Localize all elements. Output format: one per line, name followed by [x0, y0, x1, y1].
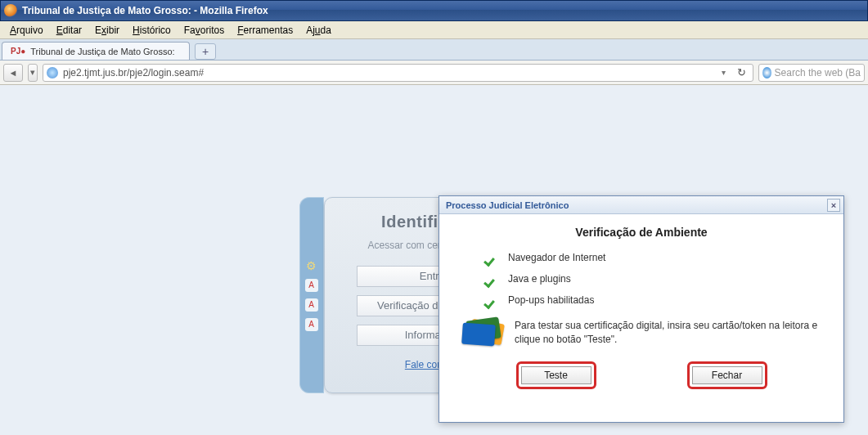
check-popups-label: Pop-ups habilitadas — [508, 294, 594, 306]
check-java-row: Java e plugins — [483, 271, 829, 286]
check-java-label: Java e plugins — [508, 273, 571, 285]
firefox-icon — [4, 4, 17, 17]
close-icon: × — [831, 200, 836, 210]
menu-editar[interactable]: Editar — [50, 23, 88, 38]
url-dropdown-icon[interactable]: ▾ — [718, 68, 729, 77]
dialog-heading: Verificação de Ambiente — [454, 226, 829, 239]
window-titlebar: Tribunal de Justiça de Mato Grosso: - Mo… — [0, 0, 868, 21]
dialog-instruction-text: Para testar sua certificação digital, in… — [515, 319, 829, 350]
teste-button[interactable]: Teste — [521, 366, 591, 384]
check-navigator-label: Navegador de Internet — [508, 252, 605, 263]
window-title: Tribunal de Justiça de Mato Grosso: - Mo… — [22, 5, 268, 16]
page-viewport: ⚙ A A A Identificação Acessar com certif… — [0, 85, 868, 435]
dialog-title: Processo Judicial Eletrônico — [446, 200, 569, 210]
fechar-highlight: Fechar — [687, 361, 767, 389]
tab-title: Tribunal de Justiça de Mato Grosso: — [30, 47, 174, 56]
menu-exibir[interactable]: Exibir — [88, 23, 126, 38]
url-text: pje2.tjmt.jus.br/pje2/login.seam# — [63, 67, 713, 78]
verification-dialog: Processo Judicial Eletrônico × Verificaç… — [438, 195, 844, 423]
menu-ferramentas[interactable]: Ferramentas — [231, 23, 299, 38]
dialog-instruction-row: Para testar sua certificação digital, in… — [459, 319, 829, 350]
menu-arquivo[interactable]: Arquivo — [3, 23, 50, 38]
font-normal-icon[interactable]: A — [305, 279, 318, 292]
url-bar[interactable]: pje2.tjmt.jus.br/pje2/login.seam# ▾ ↻ — [43, 64, 753, 82]
search-placeholder: Search the web (Ba — [775, 67, 861, 78]
back-dropdown[interactable]: ▾ — [28, 64, 38, 82]
toolbar: ◄ ▾ pje2.tjmt.jus.br/pje2/login.seam# ▾ … — [0, 61, 868, 85]
menu-historico[interactable]: Histórico — [126, 23, 178, 38]
reload-icon[interactable]: ↻ — [734, 66, 749, 78]
fechar-button[interactable]: Fechar — [692, 366, 762, 384]
check-popups-row: Pop-ups habilitadas — [483, 293, 829, 307]
check-icon — [483, 250, 498, 265]
dialog-titlebar[interactable]: Processo Judicial Eletrônico × — [439, 196, 843, 214]
dialog-close-button[interactable]: × — [827, 199, 840, 212]
gear-icon[interactable]: ⚙ — [305, 259, 318, 272]
cards-icon — [459, 319, 503, 350]
font-larger-icon[interactable]: A — [305, 318, 318, 331]
new-tab-button[interactable]: + — [195, 43, 216, 60]
menu-favoritos[interactable]: Favoritos — [178, 23, 231, 38]
tab-favicon: PJ● — [11, 47, 25, 56]
check-icon — [483, 271, 498, 286]
dialog-button-row: Teste Fechar — [454, 361, 829, 389]
search-engine-icon[interactable] — [762, 67, 771, 78]
check-navigator-row: Navegador de Internet — [483, 250, 829, 265]
left-side-pill: ⚙ A A A — [299, 197, 324, 393]
dialog-body: Verificação de Ambiente Navegador de Int… — [439, 214, 843, 422]
teste-highlight: Teste — [516, 361, 596, 389]
menu-bar: Arquivo Editar Exibir Histórico Favorito… — [0, 21, 868, 39]
font-large-icon[interactable]: A — [305, 298, 318, 312]
check-icon — [483, 293, 498, 307]
back-button[interactable]: ◄ — [3, 64, 23, 82]
browser-tab[interactable]: PJ● Tribunal de Justiça de Mato Grosso: — [2, 42, 190, 60]
menu-ajuda[interactable]: Ajuda — [299, 23, 338, 38]
tab-strip: PJ● Tribunal de Justiça de Mato Grosso: … — [0, 39, 868, 61]
site-identity-icon[interactable] — [47, 67, 58, 78]
search-box[interactable]: Search the web (Ba — [758, 64, 865, 82]
